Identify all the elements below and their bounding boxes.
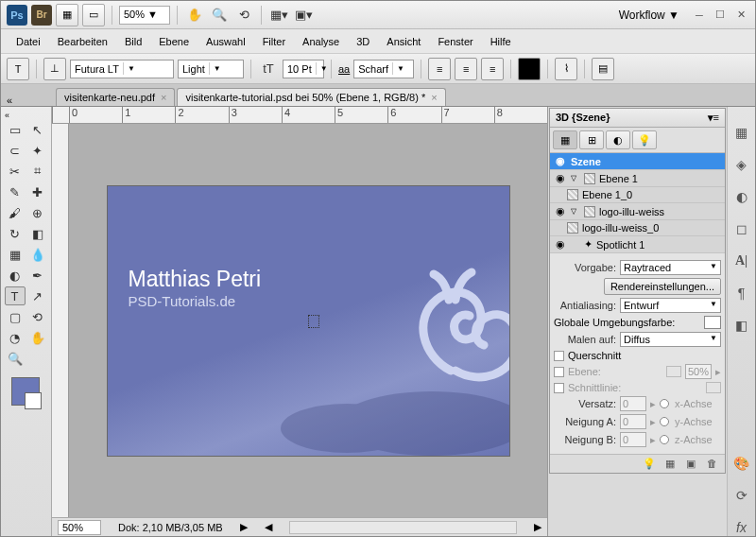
history-brush-icon[interactable]: ↻ <box>5 224 26 243</box>
tool-preset-icon[interactable]: T <box>7 58 29 80</box>
pen-tool-icon[interactable]: ✒ <box>27 266 48 285</box>
screen-mode-icon[interactable]: ▣▾ <box>293 6 314 25</box>
toggle-lights-icon[interactable]: 💡 <box>642 458 657 470</box>
status-menu-arrow-icon[interactable]: ▶ <box>240 521 248 533</box>
visibility-icon[interactable]: ◉ <box>554 238 567 251</box>
stamp-tool-icon[interactable]: ⊕ <box>27 203 48 222</box>
view-extras-icon[interactable]: ▭ <box>82 4 105 26</box>
align-left-icon[interactable]: ≡ <box>428 58 451 80</box>
toggle-ground-icon[interactable]: ▦ <box>662 458 678 470</box>
3d-light-filter-icon[interactable]: 💡 <box>632 130 657 149</box>
path-select-icon[interactable]: ↗ <box>27 286 48 305</box>
antialias-dropdown[interactable]: Scharf▼ <box>353 60 414 78</box>
scroll-right-icon[interactable]: ▶ <box>534 521 541 533</box>
blur-tool-icon[interactable]: 💧 <box>27 245 48 264</box>
gradient-tool-icon[interactable]: ▦ <box>5 245 26 264</box>
dock-character-icon[interactable]: A| <box>732 252 751 269</box>
disclosure-icon[interactable]: ▽ <box>571 207 580 216</box>
character-panel-icon[interactable]: ▤ <box>592 58 614 80</box>
menu-bild[interactable]: Bild <box>117 33 149 49</box>
scene-row-ebene1[interactable]: ◉ ▽ Ebene 1 <box>550 170 725 187</box>
menu-3d[interactable]: 3D <box>349 33 377 49</box>
disclosure-icon[interactable]: ▽ <box>571 174 580 182</box>
toolbox-collapse-icon[interactable]: « <box>5 111 9 120</box>
zoom-level-field[interactable]: 50% ▼ <box>119 6 170 25</box>
scene-root-row[interactable]: ◉ Szene <box>550 153 725 170</box>
menu-fenster[interactable]: Fenster <box>430 33 480 49</box>
dock-styles-icon[interactable]: ◧ <box>732 317 751 334</box>
hand-icon[interactable]: ✋ <box>184 6 205 25</box>
slice-tool-icon[interactable]: ⌗ <box>27 162 48 181</box>
menu-analyse[interactable]: Analyse <box>295 33 347 49</box>
render-settings-button[interactable]: Rendereinstellungen... <box>604 278 721 295</box>
3d-material-filter-icon[interactable]: ◐ <box>606 130 630 149</box>
querschnitt-checkbox[interactable] <box>554 351 564 361</box>
font-size-dropdown[interactable]: 10 Pt▼ <box>283 60 324 78</box>
crop-tool-icon[interactable]: ✂ <box>5 162 26 181</box>
bridge-logo-icon[interactable]: Br <box>31 5 52 26</box>
window-minimize-icon[interactable]: ─ <box>693 9 706 22</box>
menu-bearbeiten[interactable]: Bearbeiten <box>50 33 115 49</box>
scene-row-logo[interactable]: ◉ ▽ logo-illu-weiss <box>550 203 725 220</box>
lasso-tool-icon[interactable]: ⊂ <box>5 141 26 160</box>
visibility-icon[interactable]: ◉ <box>554 205 567 217</box>
hand-tool-icon[interactable]: ✋ <box>27 328 48 347</box>
text-orientation-icon[interactable]: ⊥ <box>43 58 66 80</box>
brush-tool-icon[interactable]: 🖌 <box>5 203 26 222</box>
align-center-icon[interactable]: ≡ <box>455 58 477 80</box>
dock-adjustments-icon[interactable]: ◐ <box>732 188 751 205</box>
menu-auswahl[interactable]: Auswahl <box>198 33 253 49</box>
scroll-left-icon[interactable]: ◀ <box>265 521 272 533</box>
dock-color-icon[interactable]: 🎨 <box>732 455 751 472</box>
warp-text-icon[interactable]: ⌇ <box>555 58 577 80</box>
antialias-3d-dropdown[interactable]: Entwurf▼ <box>620 298 721 313</box>
type-tool-icon[interactable]: T <box>5 286 26 305</box>
zoom-tool-icon[interactable]: 🔍 <box>5 349 26 368</box>
wand-tool-icon[interactable]: ✦ <box>27 141 48 160</box>
workspace-switcher[interactable]: Workflow ▼ <box>611 5 687 26</box>
close-tab-icon[interactable]: × <box>431 92 437 103</box>
eraser-tool-icon[interactable]: ◧ <box>27 224 48 243</box>
font-family-dropdown[interactable]: Futura LT▼ <box>70 60 174 78</box>
collapse-arrow-icon[interactable]: « <box>7 95 18 106</box>
horizontal-scrollbar[interactable] <box>289 521 517 534</box>
zoom-icon[interactable]: 🔍 <box>209 6 230 25</box>
menu-filter[interactable]: Filter <box>255 33 293 49</box>
font-weight-dropdown[interactable]: Light▼ <box>178 60 244 78</box>
background-color-swatch[interactable] <box>25 392 42 409</box>
dodge-tool-icon[interactable]: ◐ <box>5 266 26 285</box>
menu-datei[interactable]: Datei <box>9 33 48 49</box>
malen-auf-dropdown[interactable]: Diffus▼ <box>620 332 721 347</box>
healing-tool-icon[interactable]: ✚ <box>27 182 48 201</box>
scene-row-logo-0[interactable]: logo-illu-weiss_0 <box>550 220 725 236</box>
text-color-swatch[interactable] <box>518 58 541 80</box>
3d-mesh-filter-icon[interactable]: ⊞ <box>579 130 604 149</box>
eyedropper-tool-icon[interactable]: ✎ <box>5 182 26 201</box>
3d-rotate-icon[interactable]: ⟲ <box>27 307 48 326</box>
dock-fx-icon[interactable]: fx <box>732 519 751 536</box>
scene-row-spotlicht[interactable]: ◉ ✦ Spotlicht 1 <box>550 236 725 253</box>
status-zoom-field[interactable]: 50% <box>58 520 101 535</box>
panel-menu-icon[interactable]: ▾≡ <box>708 112 719 124</box>
document-canvas[interactable]: Matthias Petri PSD-Tutorials.de <box>69 124 547 517</box>
scene-row-ebene1-0[interactable]: Ebene 1_0 <box>550 187 725 203</box>
ambient-color-swatch[interactable] <box>704 316 721 329</box>
close-tab-icon[interactable]: × <box>161 92 166 103</box>
menu-hilfe[interactable]: Hilfe <box>483 33 519 49</box>
vorgabe-dropdown[interactable]: Raytraced▼ <box>620 260 721 275</box>
window-maximize-icon[interactable]: ☐ <box>713 9 727 22</box>
window-close-icon[interactable]: ✕ <box>734 9 747 22</box>
3d-scene-filter-icon[interactable]: ▦ <box>553 130 577 149</box>
move-tool-icon[interactable]: ↖ <box>27 120 48 139</box>
visibility-icon[interactable]: ◉ <box>554 172 567 184</box>
mini-bridge-icon[interactable]: ▦ <box>56 4 78 26</box>
menu-ebene[interactable]: Ebene <box>151 33 197 49</box>
menu-ansicht[interactable]: Ansicht <box>379 33 428 49</box>
marquee-tool-icon[interactable]: ▭ <box>5 120 26 139</box>
doc-tab-2[interactable]: visitenkarte-tutorial.psd bei 50% (Ebene… <box>177 88 445 106</box>
shape-tool-icon[interactable]: ▢ <box>5 307 26 326</box>
3d-panel-title[interactable]: 3D {Szene} <box>556 112 610 124</box>
delete-icon[interactable]: 🗑 <box>704 458 719 470</box>
rotate-view-icon[interactable]: ⟲ <box>233 6 254 25</box>
dock-masks-icon[interactable]: ◻ <box>732 220 751 237</box>
